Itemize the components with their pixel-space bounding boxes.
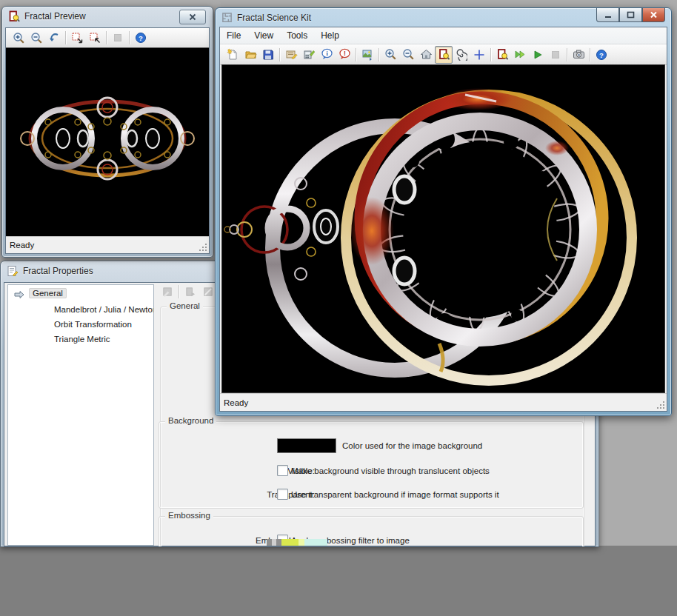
separator [490, 48, 491, 61]
general-group-label: General [167, 301, 203, 310]
separator [356, 48, 356, 61]
fractal-preview-icon[interactable] [493, 46, 511, 64]
preview-status-text: Ready [10, 241, 34, 250]
close-button[interactable] [642, 8, 665, 22]
separator [590, 48, 590, 61]
zoom-window-out-icon[interactable] [86, 29, 104, 47]
zoom-out-icon[interactable] [27, 29, 45, 47]
zoom-in-icon[interactable] [381, 46, 399, 64]
background-groupbox: Background Color: Color used for the ima… [159, 421, 584, 509]
main-fractal-image[interactable] [221, 64, 665, 393]
minimize-button[interactable] [596, 8, 619, 22]
menu-help[interactable]: Help [314, 29, 346, 42]
maximize-icon [627, 11, 635, 19]
close-icon [650, 11, 658, 19]
background-group-label: Background [165, 416, 216, 425]
help-icon[interactable]: ? [593, 46, 610, 64]
fractal-preview-window-icon [8, 10, 20, 22]
separator [279, 48, 280, 61]
preview-window-title: Fractal Preview [24, 11, 86, 21]
properties-editor-icon[interactable] [282, 46, 300, 64]
export-image-icon[interactable] [358, 46, 376, 64]
zoom-out-icon[interactable] [399, 46, 417, 64]
svg-text:!: ! [344, 50, 346, 57]
separator [378, 48, 379, 61]
separator [567, 48, 567, 61]
preview-client: ? [5, 27, 210, 254]
identify-icon[interactable] [435, 46, 453, 64]
preview-resize-grip[interactable] [199, 243, 207, 252]
menu-file[interactable]: File [220, 29, 247, 42]
main-toolbar: i ! [220, 44, 667, 65]
camera-icon[interactable] [570, 46, 587, 64]
preview-statusbar: Ready [6, 236, 209, 253]
menu-tools[interactable]: Tools [280, 29, 314, 42]
main-client: File View Tools Help i [219, 27, 667, 412]
equation-editor-icon[interactable] [300, 46, 318, 64]
app-icon [221, 12, 233, 23]
close-icon [189, 13, 196, 21]
properties-tree: General Mandelbrot / Julia / Newton Orbi… [7, 284, 154, 546]
embossing-group-label: Embossing [165, 511, 213, 520]
edit-disabled-icon[interactable] [159, 283, 176, 301]
color-description: Color used for the image background [342, 441, 482, 450]
tree-item-triangle-metric[interactable]: Triangle Metric [54, 335, 110, 344]
tree-item-general[interactable]: General [29, 289, 67, 298]
selected-arrow-icon [14, 290, 24, 299]
tree-item-mandelbrot-julia-newton[interactable]: Mandelbrot / Julia / Newton [54, 305, 154, 314]
separator [179, 285, 179, 298]
stop-icon[interactable] [547, 46, 564, 64]
copy-disabled-icon[interactable] [181, 283, 199, 301]
visible-description: Make background visible through transluc… [291, 466, 490, 475]
main-window-title: Fractal Science Kit [237, 13, 311, 23]
save-icon[interactable] [259, 46, 277, 64]
svg-text:?: ? [139, 34, 143, 42]
open-icon[interactable] [241, 46, 259, 64]
embossing-groupbox: Embossing Emboss Image: Apply embossing … [159, 516, 584, 547]
orbit-icon[interactable] [453, 46, 470, 64]
fractal-science-kit-window: Fractal Science Kit File View Tools Help [215, 7, 672, 416]
preview-close-button[interactable] [179, 10, 206, 24]
transparent-description: Use transparent background if image form… [291, 490, 499, 499]
preview-toolbar: ? [6, 28, 209, 48]
run-to-completion-icon[interactable] [511, 46, 529, 64]
transparent-checkbox[interactable] [277, 489, 288, 500]
error-tips-icon[interactable]: ! [336, 46, 353, 64]
menu-view[interactable]: View [247, 29, 280, 42]
new-fractal-icon[interactable] [224, 46, 241, 64]
run-icon[interactable] [529, 46, 547, 64]
properties-window-title: Fractal Properties [23, 266, 93, 276]
screenshot-artifact [267, 539, 327, 546]
tree-item-orbit-transformation[interactable]: Orbit Transformation [54, 320, 132, 329]
separator [129, 31, 130, 44]
main-resize-grip[interactable] [656, 401, 665, 409]
background-color-swatch[interactable] [277, 438, 336, 453]
crosshair-icon[interactable] [470, 46, 488, 64]
undo-icon[interactable] [45, 29, 63, 47]
main-menubar: File View Tools Help [220, 27, 667, 44]
separator [65, 31, 66, 44]
main-statusbar: Ready [220, 393, 667, 411]
fractal-preview-window: Fractal Preview [1, 6, 213, 258]
home-icon[interactable] [417, 46, 435, 64]
zoom-in-icon[interactable] [10, 29, 27, 47]
minimize-icon [604, 12, 612, 19]
info-tips-icon[interactable]: i [318, 46, 336, 64]
help-icon[interactable]: ? [132, 29, 150, 47]
maximize-button[interactable] [619, 8, 642, 22]
properties-window-icon [7, 265, 19, 277]
caption-buttons [596, 8, 665, 22]
screenshot-bottom-strip [0, 546, 677, 616]
separator [106, 31, 107, 44]
visible-checkbox[interactable] [277, 465, 288, 476]
main-status-text: Ready [224, 398, 248, 407]
preview-fractal-image[interactable] [6, 47, 209, 237]
stop-icon[interactable] [109, 29, 127, 47]
zoom-window-in-icon[interactable] [68, 29, 86, 47]
svg-text:?: ? [599, 50, 604, 58]
